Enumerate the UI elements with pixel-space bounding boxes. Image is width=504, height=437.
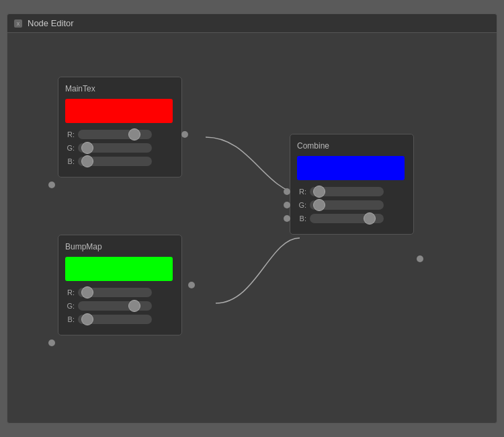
combine-b-connector-left: [284, 215, 290, 222]
combine-b-thumb[interactable]: [364, 212, 376, 225]
maintex-left-connector: [48, 182, 55, 188]
bumpmap-b-thumb[interactable]: [81, 313, 93, 325]
maintex-color-preview: [65, 99, 173, 123]
bumpmap-b-row: B:: [65, 315, 175, 324]
window-title: Node Editor: [28, 18, 74, 28]
bumpmap-color-preview: [65, 257, 173, 281]
bumpmap-g-thumb[interactable]: [128, 300, 140, 312]
combine-g-label: G:: [297, 201, 306, 209]
maintex-r-connector-right: [181, 131, 188, 138]
bumpmap-g-slider[interactable]: [78, 301, 152, 311]
bumpmap-g-connector-right: [188, 282, 195, 288]
maintex-b-label: B:: [65, 157, 75, 165]
maintex-title: MainTex: [65, 84, 175, 93]
maintex-g-slider[interactable]: [78, 143, 152, 153]
maintex-g-label: G:: [65, 144, 75, 152]
maintex-b-thumb[interactable]: [81, 155, 93, 167]
combine-r-connector-left: [284, 188, 290, 195]
combine-b-slider[interactable]: [310, 214, 384, 223]
combine-r-row: R:: [297, 187, 407, 196]
maintex-r-thumb[interactable]: [128, 128, 140, 141]
combine-r-label: R:: [297, 188, 306, 196]
combine-g-slider[interactable]: [310, 200, 384, 210]
bumpmap-g-label: G:: [65, 302, 75, 310]
combine-right-connector: [417, 255, 423, 262]
maintex-r-label: R:: [65, 130, 75, 138]
maintex-r-slider[interactable]: [78, 130, 152, 139]
combine-g-row: G:: [297, 200, 407, 210]
maintex-node: MainTex R: G: B:: [58, 77, 182, 177]
maintex-g-row: G:: [65, 143, 175, 153]
bumpmap-g-row: G:: [65, 301, 175, 311]
bumpmap-r-label: R:: [65, 288, 75, 296]
combine-b-label: B:: [297, 214, 306, 223]
bumpmap-b-label: B:: [65, 315, 75, 323]
maintex-g-thumb[interactable]: [81, 142, 93, 154]
titlebar: x Node Editor: [7, 14, 497, 33]
combine-title: Combine: [297, 141, 407, 151]
combine-g-thumb[interactable]: [313, 199, 325, 211]
bumpmap-b-slider[interactable]: [78, 315, 152, 324]
bumpmap-title: BumpMap: [65, 242, 175, 251]
bumpmap-r-slider[interactable]: [78, 288, 152, 297]
bumpmap-left-connector: [48, 340, 55, 346]
node-editor-window: x Node Editor MainTex R:: [7, 13, 497, 424]
maintex-b-slider[interactable]: [78, 157, 152, 166]
close-button[interactable]: x: [14, 19, 22, 28]
bumpmap-node: BumpMap R: G: B:: [58, 235, 182, 335]
combine-b-row: B:: [297, 214, 407, 223]
node-canvas: MainTex R: G: B:: [7, 33, 497, 422]
bumpmap-r-thumb[interactable]: [81, 286, 93, 299]
maintex-r-row: R:: [65, 130, 175, 139]
combine-r-slider[interactable]: [310, 187, 384, 196]
maintex-b-row: B:: [65, 157, 175, 166]
combine-r-thumb[interactable]: [313, 186, 325, 198]
combine-color-preview: [297, 156, 405, 180]
bumpmap-r-row: R:: [65, 288, 175, 297]
combine-node: Combine R: G: B:: [290, 134, 414, 235]
combine-g-connector-left: [284, 202, 290, 208]
